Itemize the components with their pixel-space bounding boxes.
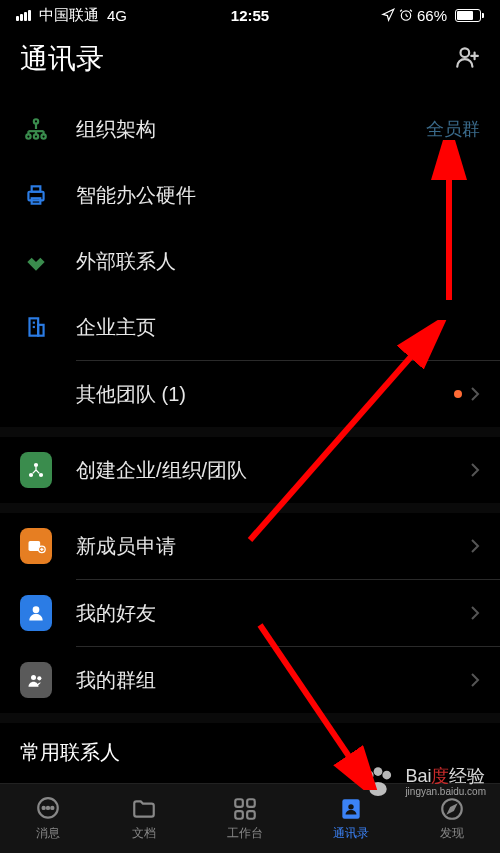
svg-marker-0 <box>383 9 394 20</box>
folder-icon <box>131 796 157 822</box>
svg-rect-40 <box>247 799 255 807</box>
content: 组织架构 全员群 智能办公硬件 外部联系人 企业主页 其他团队 (1) 创建企业… <box>0 96 500 816</box>
svg-point-34 <box>37 676 41 680</box>
signal-icon <box>16 10 31 21</box>
add-contact-button[interactable] <box>454 44 480 74</box>
svg-line-3 <box>406 16 408 17</box>
svg-point-36 <box>43 806 45 808</box>
menu-other-teams[interactable]: 其他团队 (1) <box>0 361 500 427</box>
chat-icon <box>35 796 61 822</box>
svg-point-44 <box>348 804 353 809</box>
svg-point-12 <box>41 134 45 138</box>
svg-rect-22 <box>38 325 43 336</box>
svg-point-6 <box>461 48 470 57</box>
menu-enterprise-home[interactable]: 企业主页 <box>0 294 500 360</box>
svg-point-11 <box>34 134 38 138</box>
section-divider <box>0 713 500 723</box>
chevron-right-icon <box>470 672 480 688</box>
battery-percent: 66% <box>417 7 447 24</box>
tab-label: 文档 <box>132 825 156 842</box>
svg-rect-42 <box>247 811 255 819</box>
svg-point-37 <box>47 806 49 808</box>
group-icon <box>26 670 46 690</box>
menu-external-contacts[interactable]: 外部联系人 <box>0 228 500 294</box>
svg-point-38 <box>51 806 53 808</box>
tab-label: 通讯录 <box>333 825 369 842</box>
svg-point-9 <box>34 119 38 123</box>
svg-point-55 <box>383 771 392 780</box>
battery-icon <box>455 9 484 22</box>
menu-label: 组织架构 <box>76 116 426 143</box>
status-time: 12:55 <box>231 7 269 24</box>
menu-label: 企业主页 <box>76 314 480 341</box>
tab-label: 发现 <box>440 825 464 842</box>
status-bar: 中国联通 4G 12:55 66% <box>0 0 500 30</box>
watermark-brand-right: 经验 <box>449 766 485 786</box>
svg-rect-39 <box>235 799 243 807</box>
svg-line-5 <box>410 10 412 12</box>
card-add-icon <box>26 536 46 556</box>
svg-point-53 <box>365 771 374 780</box>
notification-dot <box>454 390 462 398</box>
header: 通讯录 <box>0 30 500 96</box>
handshake-icon <box>23 248 49 274</box>
building-icon <box>23 314 49 340</box>
menu-label: 我的好友 <box>76 600 470 627</box>
status-right: 66% <box>381 7 484 24</box>
location-icon <box>381 8 395 22</box>
org-icon <box>23 116 49 142</box>
menu-label: 其他团队 (1) <box>76 381 454 408</box>
tab-workspace[interactable]: 工作台 <box>227 796 263 842</box>
alarm-icon <box>399 8 413 22</box>
chevron-right-icon <box>470 538 480 554</box>
menu-my-friends[interactable]: 我的好友 <box>0 580 500 646</box>
svg-rect-41 <box>235 811 243 819</box>
menu-smart-hardware[interactable]: 智能办公硬件 <box>0 162 500 228</box>
tab-label: 工作台 <box>227 825 263 842</box>
section-divider <box>0 427 500 437</box>
svg-line-4 <box>400 10 402 12</box>
watermark-url: jingyan.baidu.com <box>405 786 486 797</box>
svg-point-10 <box>26 134 30 138</box>
chevron-right-icon <box>470 605 480 621</box>
menu-label: 外部联系人 <box>76 248 480 275</box>
printer-icon <box>23 182 49 208</box>
tab-label: 消息 <box>36 825 60 842</box>
status-left: 中国联通 4G <box>16 6 127 25</box>
svg-marker-46 <box>449 805 456 812</box>
tab-docs[interactable]: 文档 <box>131 796 157 842</box>
network-label: 4G <box>107 7 127 24</box>
paw-icon <box>357 761 399 803</box>
menu-my-groups[interactable]: 我的群组 <box>0 647 500 713</box>
tab-messages[interactable]: 消息 <box>35 796 61 842</box>
watermark: Bai度经验 jingyan.baidu.com <box>357 761 486 803</box>
page-title: 通讯录 <box>20 40 104 78</box>
menu-create-org[interactable]: 创建企业/组织/团队 <box>0 437 500 503</box>
menu-label: 新成员申请 <box>76 533 470 560</box>
person-icon <box>26 603 46 623</box>
svg-point-33 <box>31 675 36 680</box>
svg-point-26 <box>29 473 33 477</box>
watermark-brand-left: Bai <box>405 766 431 786</box>
svg-point-54 <box>374 767 383 776</box>
svg-point-25 <box>34 463 38 467</box>
menu-label: 智能办公硬件 <box>76 182 480 209</box>
svg-point-27 <box>39 473 43 477</box>
menu-org-structure[interactable]: 组织架构 全员群 <box>0 96 500 162</box>
menu-new-member-apply[interactable]: 新成员申请 <box>0 513 500 579</box>
section-divider <box>0 503 500 513</box>
chevron-right-icon <box>470 386 480 402</box>
carrier-label: 中国联通 <box>39 6 99 25</box>
chevron-right-icon <box>470 462 480 478</box>
svg-point-32 <box>33 606 40 613</box>
full-group-link[interactable]: 全员群 <box>426 117 480 141</box>
create-org-icon <box>26 460 46 480</box>
svg-point-56 <box>370 782 388 796</box>
svg-rect-19 <box>32 186 41 191</box>
grid-icon <box>232 796 258 822</box>
menu-label: 我的群组 <box>76 667 470 694</box>
menu-label: 创建企业/组织/团队 <box>76 457 470 484</box>
